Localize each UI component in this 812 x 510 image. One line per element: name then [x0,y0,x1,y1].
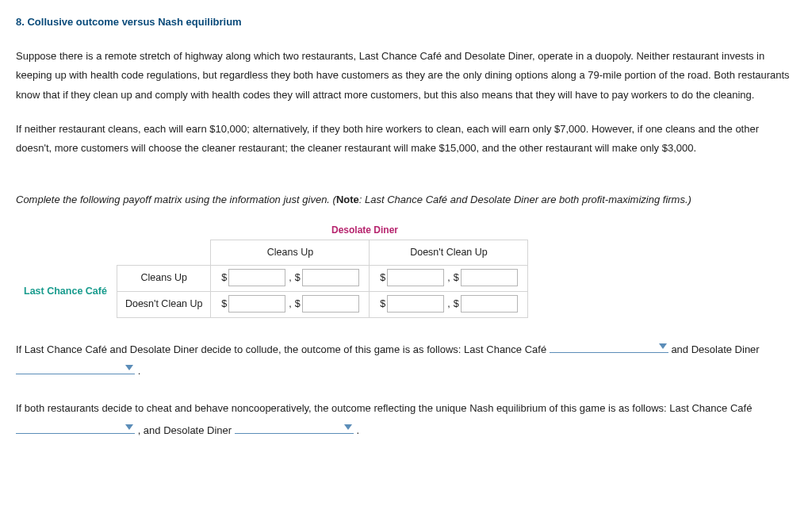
dollar-sign: $ [221,298,227,309]
dollar-sign: $ [454,298,459,309]
note-label: Note [336,194,359,205]
dropdown-nash-lcc[interactable] [16,420,135,434]
column-player-label: Desolate Diner [143,221,587,240]
dropdown-collude-dd[interactable] [16,360,135,374]
dropdown-collude-lcc[interactable] [550,339,668,353]
cell-doesnt-doesnt: $,$ [370,292,528,318]
input-r1c0-b[interactable] [302,295,359,313]
input-r0c0-a[interactable] [228,269,285,286]
comma: , [447,272,450,283]
comma: , [289,272,291,283]
instruction-text: Complete the following payoff matrix usi… [16,190,796,210]
input-r1c1-b[interactable] [461,295,518,313]
row-player-label: Last Chance Café [16,266,117,318]
input-r1c0-a[interactable] [228,295,285,313]
dollar-sign: $ [295,272,301,283]
payoff-table: Cleans Up Doesn't Clean Up Last Chance C… [16,240,528,318]
instruction-suffix: : Last Chance Café and Desolate Diner ar… [359,194,691,205]
follow1-text-2: and Desolate Diner [671,343,759,355]
input-r0c1-a[interactable] [387,269,444,286]
cell-cleans-doesnt: $,$ [370,266,528,292]
dollar-sign: $ [454,272,459,283]
instruction-prefix: Complete the following payoff matrix usi… [16,194,336,205]
followup-nash: If both restaurants decide to cheat and … [16,397,796,441]
input-r1c1-a[interactable] [387,295,444,313]
dollar-sign: $ [380,272,385,283]
follow1-text-1: If Last Chance Café and Desolate Diner d… [16,343,550,355]
input-r0c1-b[interactable] [461,269,518,286]
row-header-doesnt-clean: Doesn't Clean Up [117,292,211,318]
follow2-text-2: , and Desolate Diner [138,424,235,436]
cell-cleans-cleans: $,$ [211,266,370,292]
comma: , [289,298,291,309]
col-header-doesnt-clean: Doesn't Clean Up [370,240,528,266]
paragraph-2: If neither restaurant cleans, each will … [16,120,796,159]
question-title: 8. Collusive outcome versus Nash equilib… [16,13,796,33]
payoff-matrix: Desolate Diner Cleans Up Doesn't Clean U… [16,221,796,318]
dropdown-nash-dd[interactable] [235,420,354,434]
cell-doesnt-cleans: $,$ [211,292,370,318]
row-header-cleans: Cleans Up [117,266,211,292]
follow2-text-1: If both restaurants decide to cheat and … [16,402,752,414]
dollar-sign: $ [380,298,385,309]
col-header-cleans: Cleans Up [211,240,370,266]
dollar-sign: $ [221,272,227,283]
input-r0c0-b[interactable] [302,269,359,286]
followup-collude: If Last Chance Café and Desolate Diner d… [16,339,796,382]
follow2-text-3: . [356,424,359,436]
follow1-text-3: . [138,365,141,377]
comma: , [447,298,450,309]
paragraph-1: Suppose there is a remote stretch of hig… [16,47,796,105]
dollar-sign: $ [295,298,301,309]
